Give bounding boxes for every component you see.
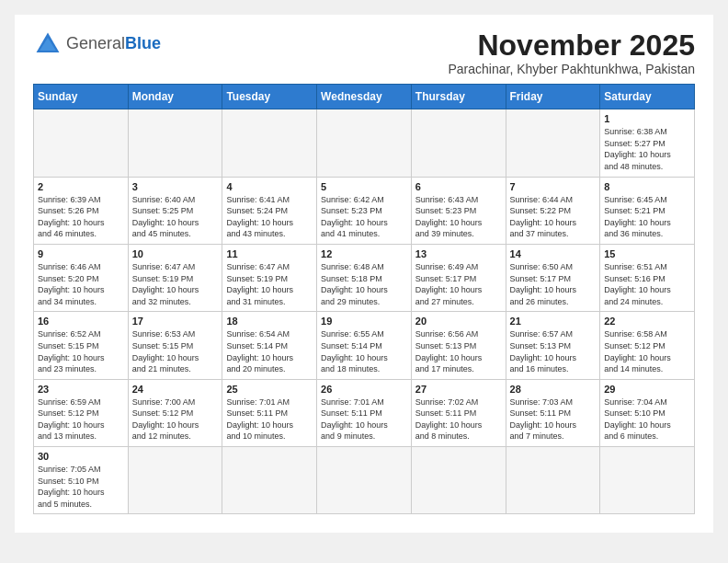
day-info: Sunrise: 6:47 AM Sunset: 5:19 PM Dayligh… — [132, 261, 219, 307]
day-number: 9 — [38, 248, 124, 259]
day-cell: 22Sunrise: 6:58 AM Sunset: 5:12 PM Dayli… — [600, 312, 695, 379]
day-cell: 17Sunrise: 6:53 AM Sunset: 5:15 PM Dayli… — [128, 312, 222, 379]
week-row-0: 1Sunrise: 6:38 AM Sunset: 5:27 PM Daylig… — [34, 109, 695, 177]
day-number: 25 — [226, 384, 313, 395]
day-number: 30 — [38, 451, 124, 462]
day-cell: 19Sunrise: 6:55 AM Sunset: 5:14 PM Dayli… — [317, 312, 412, 379]
day-info: Sunrise: 6:59 AM Sunset: 5:12 PM Dayligh… — [38, 396, 124, 442]
day-cell: 20Sunrise: 6:56 AM Sunset: 5:13 PM Dayli… — [411, 312, 506, 379]
day-cell: 4Sunrise: 6:41 AM Sunset: 5:24 PM Daylig… — [222, 177, 317, 244]
day-info: Sunrise: 6:47 AM Sunset: 5:19 PM Dayligh… — [226, 261, 313, 307]
week-row-2: 9Sunrise: 6:46 AM Sunset: 5:20 PM Daylig… — [34, 244, 695, 311]
weekday-header-sunday: Sunday — [34, 85, 129, 109]
day-number: 6 — [415, 181, 502, 192]
day-info: Sunrise: 7:01 AM Sunset: 5:11 PM Dayligh… — [321, 396, 407, 442]
day-cell: 23Sunrise: 6:59 AM Sunset: 5:12 PM Dayli… — [34, 379, 129, 446]
logo-icon — [33, 29, 63, 59]
day-cell: 27Sunrise: 7:02 AM Sunset: 5:11 PM Dayli… — [411, 379, 506, 446]
day-number: 2 — [38, 181, 124, 192]
day-info: Sunrise: 6:49 AM Sunset: 5:17 PM Dayligh… — [415, 261, 502, 307]
logo: GeneralBlue — [33, 29, 161, 59]
day-number: 17 — [132, 316, 219, 327]
day-cell — [411, 447, 506, 514]
week-row-3: 16Sunrise: 6:52 AM Sunset: 5:15 PM Dayli… — [34, 312, 695, 379]
day-info: Sunrise: 6:52 AM Sunset: 5:15 PM Dayligh… — [38, 328, 124, 374]
day-number: 16 — [38, 316, 124, 327]
day-cell — [317, 109, 412, 177]
month-title: November 2025 — [449, 29, 696, 62]
day-info: Sunrise: 6:51 AM Sunset: 5:16 PM Dayligh… — [604, 261, 690, 307]
day-number: 27 — [415, 384, 502, 395]
title-block: November 2025 Parachinar, Khyber Pakhtun… — [449, 29, 696, 76]
header: GeneralBlue November 2025 Parachinar, Kh… — [33, 29, 695, 76]
day-cell: 1Sunrise: 6:38 AM Sunset: 5:27 PM Daylig… — [600, 109, 695, 177]
day-number: 3 — [132, 181, 219, 192]
day-cell: 8Sunrise: 6:45 AM Sunset: 5:21 PM Daylig… — [600, 177, 695, 244]
day-info: Sunrise: 6:39 AM Sunset: 5:26 PM Dayligh… — [38, 194, 124, 240]
day-info: Sunrise: 7:05 AM Sunset: 5:10 PM Dayligh… — [38, 464, 124, 510]
day-number: 8 — [604, 181, 690, 192]
day-number: 15 — [604, 248, 690, 259]
day-cell: 10Sunrise: 6:47 AM Sunset: 5:19 PM Dayli… — [128, 244, 222, 311]
day-info: Sunrise: 6:40 AM Sunset: 5:25 PM Dayligh… — [132, 194, 219, 240]
day-cell: 18Sunrise: 6:54 AM Sunset: 5:14 PM Dayli… — [222, 312, 317, 379]
day-cell: 13Sunrise: 6:49 AM Sunset: 5:17 PM Dayli… — [411, 244, 506, 311]
day-number: 18 — [226, 316, 313, 327]
day-number: 14 — [510, 248, 597, 259]
day-info: Sunrise: 7:02 AM Sunset: 5:11 PM Dayligh… — [415, 396, 502, 442]
calendar-page: GeneralBlue November 2025 Parachinar, Kh… — [15, 15, 713, 533]
week-row-1: 2Sunrise: 6:39 AM Sunset: 5:26 PM Daylig… — [34, 177, 695, 244]
day-cell: 26Sunrise: 7:01 AM Sunset: 5:11 PM Dayli… — [317, 379, 412, 446]
day-number: 26 — [321, 384, 407, 395]
day-number: 19 — [321, 316, 407, 327]
subtitle: Parachinar, Khyber Pakhtunkhwa, Pakistan — [449, 62, 696, 76]
day-cell: 16Sunrise: 6:52 AM Sunset: 5:15 PM Dayli… — [34, 312, 129, 379]
day-number: 7 — [510, 181, 597, 192]
day-cell — [506, 447, 600, 514]
day-cell: 2Sunrise: 6:39 AM Sunset: 5:26 PM Daylig… — [34, 177, 129, 244]
day-info: Sunrise: 6:58 AM Sunset: 5:12 PM Dayligh… — [604, 328, 690, 374]
day-cell: 21Sunrise: 6:57 AM Sunset: 5:13 PM Dayli… — [506, 312, 600, 379]
day-info: Sunrise: 6:55 AM Sunset: 5:14 PM Dayligh… — [321, 328, 407, 374]
day-cell: 28Sunrise: 7:03 AM Sunset: 5:11 PM Dayli… — [506, 379, 600, 446]
day-cell: 14Sunrise: 6:50 AM Sunset: 5:17 PM Dayli… — [506, 244, 600, 311]
day-cell — [506, 109, 600, 177]
day-number: 11 — [226, 248, 313, 259]
day-cell — [34, 109, 129, 177]
day-cell: 5Sunrise: 6:42 AM Sunset: 5:23 PM Daylig… — [317, 177, 412, 244]
day-info: Sunrise: 6:57 AM Sunset: 5:13 PM Dayligh… — [510, 328, 597, 374]
weekday-header-wednesday: Wednesday — [317, 85, 412, 109]
calendar-table: SundayMondayTuesdayWednesdayThursdayFrid… — [33, 84, 695, 514]
day-number: 29 — [604, 384, 690, 395]
day-number: 20 — [415, 316, 502, 327]
day-cell: 3Sunrise: 6:40 AM Sunset: 5:25 PM Daylig… — [128, 177, 222, 244]
weekday-header-thursday: Thursday — [411, 85, 506, 109]
weekday-header-monday: Monday — [128, 85, 222, 109]
day-cell — [600, 447, 695, 514]
logo-blue: Blue — [125, 34, 161, 52]
day-number: 22 — [604, 316, 690, 327]
day-cell — [128, 109, 222, 177]
day-info: Sunrise: 6:54 AM Sunset: 5:14 PM Dayligh… — [226, 328, 313, 374]
day-info: Sunrise: 6:53 AM Sunset: 5:15 PM Dayligh… — [132, 328, 219, 374]
day-number: 24 — [132, 384, 219, 395]
day-info: Sunrise: 6:50 AM Sunset: 5:17 PM Dayligh… — [510, 261, 597, 307]
day-info: Sunrise: 6:56 AM Sunset: 5:13 PM Dayligh… — [415, 328, 502, 374]
weekday-header-row: SundayMondayTuesdayWednesdayThursdayFrid… — [34, 85, 695, 109]
weekday-header-tuesday: Tuesday — [222, 85, 317, 109]
day-info: Sunrise: 7:00 AM Sunset: 5:12 PM Dayligh… — [132, 396, 219, 442]
day-info: Sunrise: 6:38 AM Sunset: 5:27 PM Dayligh… — [604, 126, 690, 172]
day-cell: 15Sunrise: 6:51 AM Sunset: 5:16 PM Dayli… — [600, 244, 695, 311]
day-number: 4 — [226, 181, 313, 192]
day-number: 28 — [510, 384, 597, 395]
day-info: Sunrise: 6:46 AM Sunset: 5:20 PM Dayligh… — [38, 261, 124, 307]
day-cell — [128, 447, 222, 514]
day-cell: 7Sunrise: 6:44 AM Sunset: 5:22 PM Daylig… — [506, 177, 600, 244]
day-number: 5 — [321, 181, 407, 192]
day-info: Sunrise: 7:03 AM Sunset: 5:11 PM Dayligh… — [510, 396, 597, 442]
day-cell: 29Sunrise: 7:04 AM Sunset: 5:10 PM Dayli… — [600, 379, 695, 446]
calendar-body: 1Sunrise: 6:38 AM Sunset: 5:27 PM Daylig… — [34, 109, 695, 514]
logo-text: GeneralBlue — [66, 35, 161, 53]
day-number: 12 — [321, 248, 407, 259]
week-row-4: 23Sunrise: 6:59 AM Sunset: 5:12 PM Dayli… — [34, 379, 695, 446]
